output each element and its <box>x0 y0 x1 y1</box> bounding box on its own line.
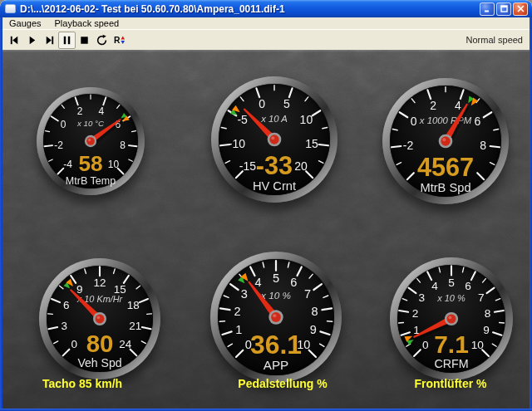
svg-text:4: 4 <box>255 276 262 289</box>
gauge-unit: x 10 % <box>260 290 291 301</box>
svg-text:24: 24 <box>119 338 131 350</box>
svg-text:4: 4 <box>98 105 104 117</box>
svg-text:3: 3 <box>419 291 426 304</box>
skip-end-button[interactable] <box>41 32 58 49</box>
svg-text:0: 0 <box>422 339 429 351</box>
svg-text:10: 10 <box>471 339 485 351</box>
hub-highlight <box>271 136 274 139</box>
gauge-value: 7.1 <box>434 330 469 358</box>
svg-text:8: 8 <box>480 139 486 152</box>
gauge-dial-hv-crnt: -15-10-505101520x 10 A-33HV Crnt <box>211 76 337 203</box>
loop-icon <box>96 34 108 46</box>
menubar: Gauges Playback speed <box>2 17 530 29</box>
gauge-value: 80 <box>86 330 114 357</box>
svg-text:15: 15 <box>305 137 318 150</box>
needle-hub <box>86 137 95 145</box>
gauge-unit: x 10 % <box>436 293 466 303</box>
play-button[interactable] <box>23 32 41 49</box>
needle-hub <box>271 312 281 322</box>
window-border-left <box>0 17 2 409</box>
stop-button[interactable] <box>76 32 93 49</box>
svg-text:0: 0 <box>71 338 76 350</box>
svg-text:4: 4 <box>455 99 461 112</box>
gauge-dial-veh-spd: 03691215182124x 10 Km/Hr80Veh Spd <box>39 258 160 379</box>
svg-text:8: 8 <box>485 307 491 320</box>
skip-start-button[interactable] <box>6 32 23 49</box>
pause-icon <box>61 34 73 46</box>
window-title: D:\...\2012-06-02- Test bei 50.60.70.80\… <box>20 3 480 15</box>
hub-highlight <box>96 316 100 319</box>
svg-text:-4: -4 <box>63 159 72 170</box>
toolbar: R Normal speed <box>2 29 530 50</box>
close-icon <box>517 5 525 12</box>
hub-highlight <box>442 138 446 141</box>
svg-text:9: 9 <box>310 323 317 336</box>
svg-text:R: R <box>113 36 120 45</box>
svg-text:9: 9 <box>483 324 490 336</box>
svg-text:4: 4 <box>431 280 438 292</box>
gauge-title: Veh Spd <box>77 356 121 369</box>
svg-text:0: 0 <box>259 97 265 110</box>
svg-text:2: 2 <box>430 99 436 112</box>
needle-hub <box>441 136 450 145</box>
gauge-hv-crnt: -15-10-505101520x 10 A-33HV Crnt <box>211 76 337 203</box>
gauge-dial-mtrb-temp: -4-20246810x 10 °C58MtrB Temp <box>37 87 145 195</box>
svg-text:6: 6 <box>474 115 480 128</box>
titlebar[interactable]: D:\...\2012-06-02- Test bei 50.60.70.80\… <box>0 0 532 17</box>
gauge-crfm: 012345678910x 10 %7.1CRFM <box>390 257 513 380</box>
svg-text:10: 10 <box>300 113 313 126</box>
minimize-button[interactable] <box>480 2 495 16</box>
svg-text:3: 3 <box>62 320 67 332</box>
svg-text:0: 0 <box>411 115 417 128</box>
menu-playback-speed[interactable]: Playback speed <box>48 17 126 29</box>
gauge-veh-spd: 03691215182124x 10 Km/Hr80Veh Spd <box>39 258 160 379</box>
stop-icon <box>78 34 91 46</box>
gauge-title: APP <box>264 358 288 372</box>
gauge-title: CRFM <box>434 357 468 370</box>
reset-icon: R <box>113 34 126 46</box>
loop-button[interactable] <box>93 32 111 49</box>
svg-text:1: 1 <box>235 323 242 336</box>
maximize-button[interactable] <box>496 2 511 16</box>
gauge-unit: x 10 °C <box>76 119 105 128</box>
svg-text:5: 5 <box>448 276 455 289</box>
svg-text:5: 5 <box>273 272 279 285</box>
svg-text:12: 12 <box>94 276 106 289</box>
app-icon <box>5 4 16 13</box>
svg-text:-10: -10 <box>229 137 245 150</box>
svg-text:10: 10 <box>108 159 120 170</box>
gauge-title: MtrB Temp <box>66 175 116 187</box>
gauge-dial-app: 012345678910x 10 %36.1APP <box>210 252 342 383</box>
needle-hub <box>269 135 278 144</box>
svg-text:7: 7 <box>304 287 311 301</box>
gauge-value: 4567 <box>417 153 474 181</box>
pause-button[interactable] <box>58 32 76 49</box>
gauge-dial-mtrb-spd: -202468x 1000 RPM4567MtrB Spd <box>382 78 509 204</box>
gauge-value: 58 <box>78 151 102 176</box>
hub-highlight <box>273 314 276 317</box>
svg-text:-15: -15 <box>239 159 256 173</box>
gauge-title: MtrB Spd <box>420 181 470 194</box>
gauge-title: HV Crnt <box>253 179 296 193</box>
svg-text:21: 21 <box>129 320 141 332</box>
svg-text:18: 18 <box>127 299 140 311</box>
gauge-caption-veh-spd: Tacho 85 km/h <box>42 377 122 390</box>
svg-text:2: 2 <box>234 305 240 318</box>
svg-text:5: 5 <box>283 97 290 110</box>
hub-highlight <box>88 139 91 141</box>
svg-text:6: 6 <box>290 276 297 289</box>
minimize-icon <box>484 5 491 12</box>
menu-gauges[interactable]: Gauges <box>2 17 48 29</box>
gauge-value: -33 <box>256 151 293 179</box>
gauge-unit: x 10 A <box>260 114 288 124</box>
gauge-app: 012345678910x 10 %36.1APP <box>210 252 342 383</box>
gauge-mtrb-temp: -4-20246810x 10 °C58MtrB Temp <box>37 87 145 195</box>
svg-text:6: 6 <box>63 299 69 311</box>
reset-button[interactable]: R <box>111 32 128 49</box>
close-button[interactable] <box>513 2 528 16</box>
svg-text:8: 8 <box>311 305 318 318</box>
maximize-icon <box>500 5 508 12</box>
skip-start-icon <box>8 34 21 46</box>
hub-highlight <box>448 316 451 319</box>
svg-text:-5: -5 <box>237 113 248 126</box>
